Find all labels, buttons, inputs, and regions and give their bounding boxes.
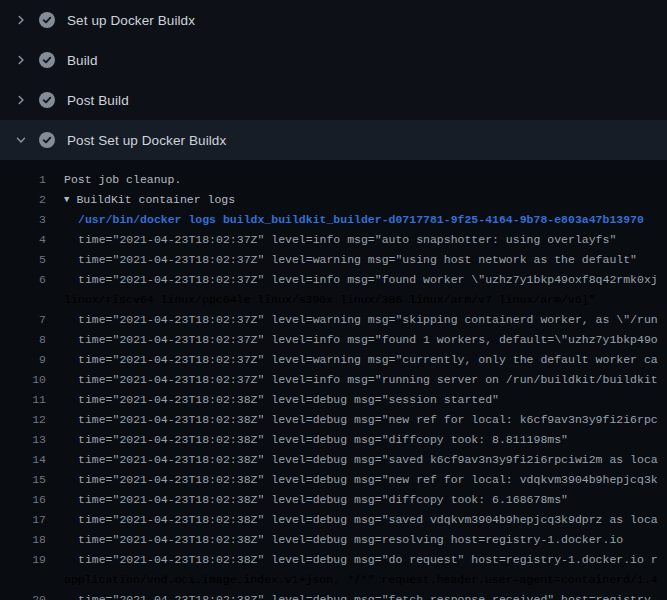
- group-caret-icon[interactable]: ▼: [64, 195, 69, 205]
- log-line-14: 14time="2021-04-23T18:02:38Z" level=debu…: [0, 450, 667, 470]
- log-text: time="2021-04-23T18:02:38Z" level=debug …: [46, 510, 658, 530]
- log-text: linux/riscv64 linux/ppc64le linux/s390x …: [46, 290, 595, 310]
- step-label: Post Build: [67, 93, 129, 108]
- line-number-link[interactable]: 13: [0, 430, 46, 450]
- log-line-20: 20time="2021-04-23T18:02:38Z" level=debu…: [0, 590, 667, 600]
- chevron-right-icon: [13, 52, 29, 68]
- log-text: time="2021-04-23T18:02:37Z" level=warnin…: [46, 250, 637, 270]
- log-text: time="2021-04-23T18:02:38Z" level=debug …: [46, 550, 658, 570]
- log-text: application/vnd.oci.image.index.v1+json,…: [46, 570, 658, 590]
- log-line-9: 9time="2021-04-23T18:02:37Z" level=warni…: [0, 350, 667, 370]
- step-label: Set up Docker Buildx: [67, 13, 195, 28]
- line-number-link[interactable]: 11: [0, 390, 46, 410]
- log-line-8: 8time="2021-04-23T18:02:37Z" level=info …: [0, 330, 667, 350]
- step-row-setup-docker-buildx[interactable]: Set up Docker Buildx: [0, 0, 667, 40]
- group-label[interactable]: BuildKit container logs: [76, 193, 235, 206]
- line-number-link[interactable]: 15: [0, 470, 46, 490]
- workflow-steps-list: Set up Docker Buildx Build Post Build Po…: [0, 0, 667, 160]
- line-number-link[interactable]: 7: [0, 310, 46, 330]
- log-line-13: 13time="2021-04-23T18:02:38Z" level=debu…: [0, 430, 667, 450]
- line-number-link[interactable]: 16: [0, 490, 46, 510]
- line-number-link[interactable]: 18: [0, 530, 46, 550]
- line-number-link[interactable]: 14: [0, 450, 46, 470]
- log-line-4: 4time="2021-04-23T18:02:37Z" level=info …: [0, 230, 667, 250]
- log-line-11: 11time="2021-04-23T18:02:38Z" level=debu…: [0, 390, 667, 410]
- log-text: time="2021-04-23T18:02:37Z" level=warnin…: [46, 310, 658, 330]
- log-line-10: 10time="2021-04-23T18:02:37Z" level=info…: [0, 370, 667, 390]
- log-text: time="2021-04-23T18:02:37Z" level=info m…: [46, 330, 658, 350]
- chevron-right-icon: [13, 92, 29, 108]
- log-line-3: 3/usr/bin/docker logs buildx_buildkit_bu…: [0, 210, 667, 230]
- log-line-15: 15time="2021-04-23T18:02:38Z" level=debu…: [0, 470, 667, 490]
- line-number-link[interactable]: 12: [0, 410, 46, 430]
- log-line-18: 18time="2021-04-23T18:02:38Z" level=debu…: [0, 530, 667, 550]
- step-row-post-setup-docker-buildx[interactable]: Post Set up Docker Buildx: [0, 120, 667, 160]
- step-label: Build: [67, 53, 98, 68]
- step-log-output: 1Post job cleanup.2▼BuildKit container l…: [0, 160, 667, 600]
- log-text: time="2021-04-23T18:02:38Z" level=debug …: [46, 590, 658, 600]
- log-line-1: 1Post job cleanup.: [0, 170, 667, 190]
- log-line-17: 17time="2021-04-23T18:02:38Z" level=debu…: [0, 510, 667, 530]
- line-number-link[interactable]: 20: [0, 590, 46, 600]
- log-text: time="2021-04-23T18:02:38Z" level=debug …: [46, 450, 658, 470]
- log-command-text: /usr/bin/docker logs buildx_buildkit_bui…: [46, 210, 644, 230]
- line-number-link[interactable]: 6: [0, 270, 46, 290]
- step-row-build[interactable]: Build: [0, 40, 667, 80]
- line-number-link[interactable]: 19: [0, 550, 46, 570]
- log-line-2: 2▼BuildKit container logs: [0, 190, 667, 210]
- line-number-link: [0, 290, 46, 310]
- log-text: time="2021-04-23T18:02:37Z" level=warnin…: [46, 350, 658, 370]
- line-number-link: [0, 570, 46, 590]
- log-line-12: 12time="2021-04-23T18:02:38Z" level=debu…: [0, 410, 667, 430]
- line-number-link[interactable]: 17: [0, 510, 46, 530]
- log-line-7: 7time="2021-04-23T18:02:37Z" level=warni…: [0, 310, 667, 330]
- log-text: ▼BuildKit container logs: [46, 190, 235, 210]
- line-number-link[interactable]: 5: [0, 250, 46, 270]
- check-circle-icon: [39, 92, 55, 108]
- check-circle-icon: [39, 12, 55, 28]
- line-number-link[interactable]: 9: [0, 350, 46, 370]
- check-circle-icon: [39, 52, 55, 68]
- log-text: time="2021-04-23T18:02:38Z" level=debug …: [46, 490, 568, 510]
- line-number-link[interactable]: 10: [0, 370, 46, 390]
- line-number-link[interactable]: 1: [0, 170, 46, 190]
- log-line-16: 16time="2021-04-23T18:02:38Z" level=debu…: [0, 490, 667, 510]
- log-text: time="2021-04-23T18:02:38Z" level=debug …: [46, 390, 499, 410]
- log-text: time="2021-04-23T18:02:38Z" level=debug …: [46, 410, 658, 430]
- line-number-link[interactable]: 2: [0, 190, 46, 210]
- log-line-continuation: application/vnd.oci.image.index.v1+json,…: [0, 570, 667, 590]
- log-text: time="2021-04-23T18:02:37Z" level=info m…: [46, 230, 616, 250]
- line-number-link[interactable]: 4: [0, 230, 46, 250]
- chevron-right-icon: [13, 12, 29, 28]
- log-line-5: 5time="2021-04-23T18:02:37Z" level=warni…: [0, 250, 667, 270]
- line-number-link[interactable]: 8: [0, 330, 46, 350]
- line-number-link[interactable]: 3: [0, 210, 46, 230]
- step-row-post-build[interactable]: Post Build: [0, 80, 667, 120]
- log-line-6: 6time="2021-04-23T18:02:37Z" level=info …: [0, 270, 667, 290]
- check-circle-icon: [39, 132, 55, 148]
- log-line-19: 19time="2021-04-23T18:02:38Z" level=debu…: [0, 550, 667, 570]
- step-label: Post Set up Docker Buildx: [67, 133, 226, 148]
- log-line-continuation: linux/riscv64 linux/ppc64le linux/s390x …: [0, 290, 667, 310]
- log-text: time="2021-04-23T18:02:37Z" level=info m…: [46, 270, 658, 290]
- log-text: Post job cleanup.: [46, 170, 181, 190]
- log-text: time="2021-04-23T18:02:38Z" level=debug …: [46, 430, 568, 450]
- log-text: time="2021-04-23T18:02:37Z" level=info m…: [46, 370, 658, 390]
- chevron-down-icon: [13, 132, 29, 148]
- log-text: time="2021-04-23T18:02:38Z" level=debug …: [46, 470, 658, 490]
- log-text: time="2021-04-23T18:02:38Z" level=debug …: [46, 530, 623, 550]
